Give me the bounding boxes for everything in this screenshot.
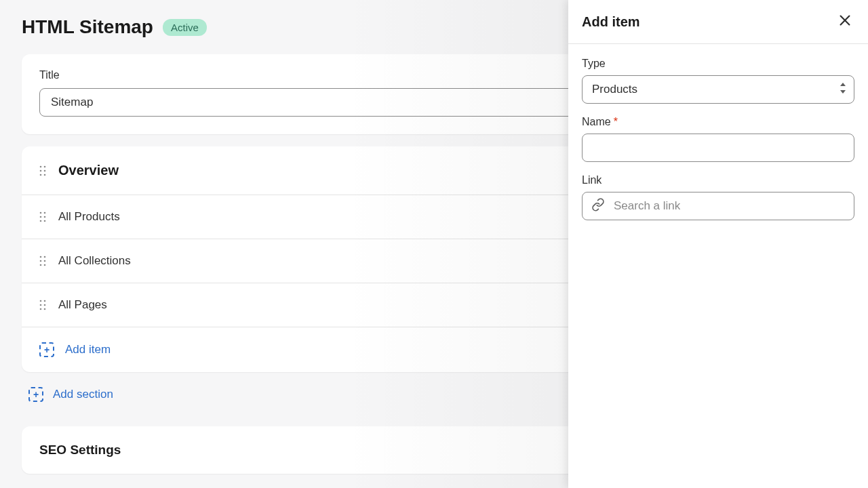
panel-header: Add item xyxy=(568,0,868,44)
svg-point-19 xyxy=(44,300,46,302)
name-label: Name* xyxy=(582,116,854,128)
add-icon: + xyxy=(39,342,54,357)
type-select-value: Products xyxy=(582,75,854,104)
svg-point-4 xyxy=(40,174,42,176)
svg-point-16 xyxy=(40,264,42,266)
type-select[interactable]: Products xyxy=(582,75,854,104)
svg-point-15 xyxy=(44,260,46,262)
link-icon xyxy=(591,198,605,214)
svg-point-5 xyxy=(44,174,46,176)
svg-point-7 xyxy=(44,212,46,214)
svg-point-11 xyxy=(44,220,46,222)
svg-point-20 xyxy=(40,304,42,306)
name-field: Name* xyxy=(582,116,854,162)
drag-handle-icon[interactable] xyxy=(39,165,46,176)
link-input[interactable] xyxy=(582,192,854,220)
svg-point-9 xyxy=(44,216,46,218)
add-icon: + xyxy=(28,387,43,402)
link-field: Link xyxy=(582,174,854,220)
section-item-label: All Collections xyxy=(58,254,131,268)
svg-point-1 xyxy=(44,165,46,167)
svg-point-2 xyxy=(40,169,42,171)
link-label: Link xyxy=(582,174,854,186)
status-badge: Active xyxy=(163,19,207,36)
svg-point-22 xyxy=(40,308,42,310)
panel-body: Type Products Name* Link xyxy=(568,44,868,246)
type-label: Type xyxy=(582,58,854,70)
svg-point-0 xyxy=(40,165,42,167)
page-title: HTML Sitemap xyxy=(22,16,153,38)
panel-title: Add item xyxy=(582,14,640,30)
add-section-label: Add section xyxy=(53,388,113,401)
select-arrows-icon xyxy=(840,83,846,96)
name-label-text: Name xyxy=(582,116,611,127)
svg-point-14 xyxy=(40,260,42,262)
svg-point-21 xyxy=(44,304,46,306)
add-item-label: Add item xyxy=(65,343,111,357)
svg-point-17 xyxy=(44,264,46,266)
name-input[interactable] xyxy=(582,134,854,162)
svg-point-8 xyxy=(40,216,42,218)
add-item-panel: Add item Type Products Name* Link xyxy=(568,0,868,488)
svg-point-13 xyxy=(44,256,46,258)
svg-point-3 xyxy=(44,169,46,171)
svg-point-12 xyxy=(40,256,42,258)
close-button[interactable] xyxy=(835,12,854,31)
section-item-label: All Products xyxy=(58,210,120,224)
svg-point-10 xyxy=(40,220,42,222)
close-icon xyxy=(837,13,852,30)
svg-point-6 xyxy=(40,212,42,214)
drag-handle-icon[interactable] xyxy=(39,256,46,266)
drag-handle-icon[interactable] xyxy=(39,300,46,310)
section-title: Overview xyxy=(58,163,119,178)
svg-point-18 xyxy=(40,300,42,302)
svg-point-23 xyxy=(44,308,46,310)
drag-handle-icon[interactable] xyxy=(39,211,46,222)
section-item-label: All Pages xyxy=(58,298,107,312)
required-asterisk: * xyxy=(614,116,618,127)
type-field: Type Products xyxy=(582,58,854,104)
